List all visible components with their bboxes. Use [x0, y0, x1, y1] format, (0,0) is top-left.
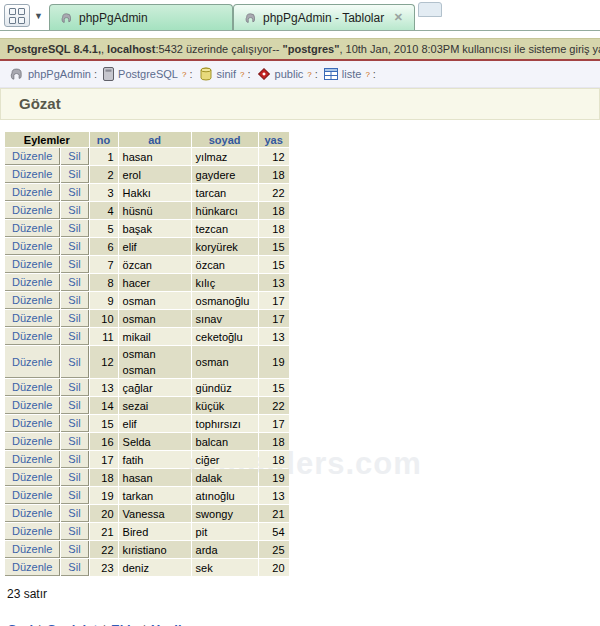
delete-cell[interactable]: Sil	[61, 541, 88, 558]
edit-button[interactable]: Düzenle	[12, 276, 52, 288]
edit-cell[interactable]: Düzenle	[5, 328, 60, 345]
delete-button[interactable]: Sil	[68, 417, 80, 429]
edit-button[interactable]: Düzenle	[12, 399, 52, 411]
edit-button[interactable]: Düzenle	[12, 453, 52, 465]
browser-tab-1[interactable]: phpPgAdmin	[49, 4, 233, 30]
delete-cell[interactable]: Sil	[61, 487, 88, 504]
column-header-ad[interactable]: ad	[119, 132, 191, 147]
edit-button[interactable]: Düzenle	[12, 507, 52, 519]
edit-button[interactable]: Düzenle	[12, 435, 52, 447]
column-header-no[interactable]: no	[90, 132, 118, 147]
edit-cell[interactable]: Düzenle	[5, 487, 60, 504]
edit-cell[interactable]: Düzenle	[5, 184, 60, 201]
delete-button[interactable]: Sil	[68, 435, 80, 447]
delete-cell[interactable]: Sil	[61, 202, 88, 219]
delete-button[interactable]: Sil	[68, 507, 80, 519]
edit-button[interactable]: Düzenle	[12, 561, 52, 573]
edit-cell[interactable]: Düzenle	[5, 523, 60, 540]
close-icon[interactable]: ✕	[393, 11, 404, 24]
edit-button[interactable]: Düzenle	[12, 150, 52, 162]
delete-cell[interactable]: Sil	[61, 184, 88, 201]
delete-button[interactable]: Sil	[68, 543, 80, 555]
nav-link-genişlet[interactable]: Genişlet	[46, 622, 97, 626]
edit-button[interactable]: Düzenle	[12, 471, 52, 483]
delete-cell[interactable]: Sil	[61, 238, 88, 255]
column-header-yas[interactable]: yas	[259, 132, 289, 147]
edit-cell[interactable]: Düzenle	[5, 469, 60, 486]
delete-button[interactable]: Sil	[68, 312, 80, 324]
edit-button[interactable]: Düzenle	[12, 204, 52, 216]
delete-cell[interactable]: Sil	[61, 451, 88, 468]
browser-tab-2[interactable]: phpPgAdmin - Tablolar✕	[233, 4, 415, 30]
breadcrumb-link[interactable]: sinif	[217, 68, 237, 80]
edit-cell[interactable]: Düzenle	[5, 274, 60, 291]
tab-list-icon[interactable]	[4, 4, 30, 27]
edit-cell[interactable]: Düzenle	[5, 346, 60, 378]
help-link[interactable]: ?	[365, 70, 369, 79]
edit-cell[interactable]: Düzenle	[5, 379, 60, 396]
edit-button[interactable]: Düzenle	[12, 186, 52, 198]
edit-cell[interactable]: Düzenle	[5, 256, 60, 273]
delete-button[interactable]: Sil	[68, 168, 80, 180]
delete-cell[interactable]: Sil	[61, 523, 88, 540]
edit-button[interactable]: Düzenle	[12, 240, 52, 252]
edit-cell[interactable]: Düzenle	[5, 433, 60, 450]
edit-button[interactable]: Düzenle	[12, 489, 52, 501]
help-link[interactable]: ?	[182, 70, 186, 79]
delete-button[interactable]: Sil	[68, 294, 80, 306]
delete-button[interactable]: Sil	[68, 276, 80, 288]
delete-cell[interactable]: Sil	[61, 505, 88, 522]
edit-button[interactable]: Düzenle	[12, 543, 52, 555]
breadcrumb-link[interactable]: phpPgAdmin	[28, 68, 91, 80]
edit-button[interactable]: Düzenle	[12, 525, 52, 537]
edit-button[interactable]: Düzenle	[12, 312, 52, 324]
delete-cell[interactable]: Sil	[61, 292, 88, 309]
delete-cell[interactable]: Sil	[61, 559, 88, 576]
delete-button[interactable]: Sil	[68, 186, 80, 198]
delete-button[interactable]: Sil	[68, 561, 80, 573]
delete-button[interactable]: Sil	[68, 489, 80, 501]
delete-cell[interactable]: Sil	[61, 220, 88, 237]
edit-cell[interactable]: Düzenle	[5, 238, 60, 255]
delete-button[interactable]: Sil	[68, 204, 80, 216]
chevron-down-icon[interactable]: ▼	[32, 5, 45, 26]
new-tab-stub[interactable]	[418, 2, 442, 17]
delete-cell[interactable]: Sil	[61, 346, 88, 378]
delete-button[interactable]: Sil	[68, 330, 80, 342]
edit-cell[interactable]: Düzenle	[5, 559, 60, 576]
edit-cell[interactable]: Düzenle	[5, 292, 60, 309]
delete-button[interactable]: Sil	[68, 258, 80, 270]
edit-cell[interactable]: Düzenle	[5, 148, 60, 165]
delete-button[interactable]: Sil	[68, 453, 80, 465]
delete-cell[interactable]: Sil	[61, 166, 88, 183]
edit-button[interactable]: Düzenle	[12, 168, 52, 180]
edit-cell[interactable]: Düzenle	[5, 541, 60, 558]
edit-cell[interactable]: Düzenle	[5, 220, 60, 237]
delete-cell[interactable]: Sil	[61, 274, 88, 291]
delete-cell[interactable]: Sil	[61, 310, 88, 327]
delete-button[interactable]: Sil	[68, 222, 80, 234]
edit-cell[interactable]: Düzenle	[5, 310, 60, 327]
delete-cell[interactable]: Sil	[61, 328, 88, 345]
delete-cell[interactable]: Sil	[61, 433, 88, 450]
breadcrumb-link[interactable]: liste	[342, 68, 362, 80]
delete-cell[interactable]: Sil	[61, 379, 88, 396]
delete-button[interactable]: Sil	[68, 356, 80, 368]
delete-button[interactable]: Sil	[68, 240, 80, 252]
column-header-soyad[interactable]: soyad	[192, 132, 258, 147]
breadcrumb-link[interactable]: PostgreSQL	[118, 68, 178, 80]
delete-button[interactable]: Sil	[68, 150, 80, 162]
edit-cell[interactable]: Düzenle	[5, 166, 60, 183]
delete-cell[interactable]: Sil	[61, 415, 88, 432]
edit-button[interactable]: Düzenle	[12, 417, 52, 429]
edit-cell[interactable]: Düzenle	[5, 505, 60, 522]
edit-button[interactable]: Düzenle	[12, 258, 52, 270]
edit-button[interactable]: Düzenle	[12, 222, 52, 234]
breadcrumb-link[interactable]: public	[275, 68, 304, 80]
edit-button[interactable]: Düzenle	[12, 330, 52, 342]
delete-cell[interactable]: Sil	[61, 148, 88, 165]
edit-cell[interactable]: Düzenle	[5, 202, 60, 219]
edit-cell[interactable]: Düzenle	[5, 415, 60, 432]
delete-cell[interactable]: Sil	[61, 469, 88, 486]
nav-link-geri[interactable]: Geri	[7, 622, 33, 626]
